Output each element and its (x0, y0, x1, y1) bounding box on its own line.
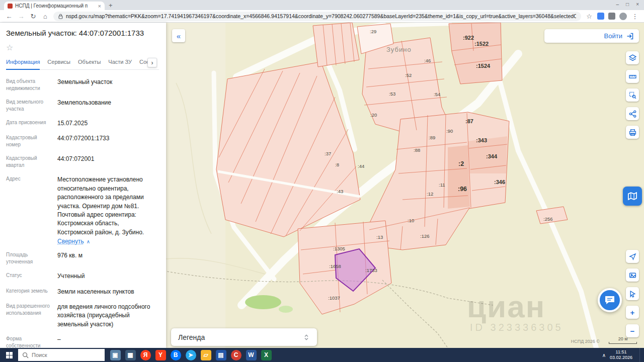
window-maximize-icon[interactable]: □ (626, 2, 629, 7)
print-icon (629, 129, 636, 136)
window-minimize-icon[interactable]: – (616, 2, 619, 7)
parcel-label-343[interactable]: :343 (476, 137, 487, 143)
parcel-label-1305[interactable]: :1305 (333, 246, 345, 251)
browser-menu-icon[interactable]: ⋮ (631, 13, 639, 20)
tab-информация[interactable]: Информация (6, 55, 40, 70)
parcel-label-90[interactable]: :90 (446, 128, 453, 134)
extensions-puzzle-icon[interactable] (608, 13, 615, 20)
print-button[interactable] (626, 126, 639, 139)
panel-fields: Вид объекта недвижимостиЗемельный участо… (6, 70, 159, 348)
login-button[interactable]: Войти (544, 29, 639, 43)
url-field[interactable]: nspd.gov.ru/map?thematic=PKK&zoom=17.741… (53, 12, 581, 21)
legend-expand-icon[interactable] (303, 334, 310, 341)
profile-avatar[interactable] (619, 13, 627, 20)
parcel-label-346[interactable]: :346 (494, 179, 505, 185)
parcel-label-88[interactable]: :88 (414, 147, 420, 153)
parcel-label-89[interactable]: :89 (429, 135, 435, 140)
parcel-label-344[interactable]: :344 (486, 153, 497, 159)
parcel-label-96[interactable]: :96 (458, 186, 467, 193)
parcel-label-256[interactable]: :256 (543, 216, 553, 222)
panorama-icon (629, 272, 636, 279)
favorite-star-icon[interactable]: ☆ (6, 43, 159, 52)
telegram-icon[interactable]: ➤ (183, 348, 198, 362)
layers-button[interactable] (626, 51, 639, 64)
parcel-label-46[interactable]: :46 (424, 58, 431, 63)
field-label: Статус (6, 272, 57, 281)
consultant-icon[interactable]: С (228, 348, 244, 362)
login-icon (626, 32, 634, 40)
parcel-label-20[interactable]: :20 (370, 112, 377, 118)
geolocation-button[interactable] (626, 250, 639, 263)
parcel-label-11[interactable]: :11 (439, 182, 445, 188)
parcel-label-2[interactable]: :2 (458, 160, 464, 167)
map-canvas[interactable]: Зубино :29:922:1522:1524:46:52:53:54:20:… (166, 23, 644, 348)
file-explorer-icon[interactable]: ▱ (198, 348, 213, 362)
parcel-label-1522[interactable]: :1522 (474, 41, 489, 47)
support-chat-button[interactable] (598, 288, 622, 312)
taskbar-search[interactable] (18, 349, 105, 361)
collapse-address-link[interactable]: Свернуть (57, 238, 84, 245)
back-icon[interactable]: ← (5, 13, 13, 20)
collapse-panel-button[interactable]: « (172, 29, 185, 42)
parcel-label-13[interactable]: :13 (376, 234, 383, 240)
tab-сервисы[interactable]: Сервисы (47, 55, 70, 69)
zoom-out-button[interactable]: − (626, 324, 639, 337)
parcel-label-53[interactable]: :53 (389, 91, 395, 97)
parcel-label-1658[interactable]: :1658 (329, 263, 341, 269)
identify-button[interactable] (626, 287, 639, 300)
parcel-label-10[interactable]: :10 (408, 218, 414, 223)
taskbar-clock[interactable]: 11:51 03.02.2026 (610, 349, 635, 361)
parcel-label-54[interactable]: :54 (434, 92, 440, 97)
extension-icon[interactable] (597, 13, 604, 20)
parcel-label-37[interactable]: :37 (325, 151, 331, 156)
legend-panel[interactable]: Легенда (171, 328, 317, 346)
parcel-label-44[interactable]: :44 (358, 163, 364, 169)
zoom-in-button[interactable]: + (626, 306, 639, 319)
tab-части зу[interactable]: Части ЗУ (108, 55, 132, 69)
parcel-label-1037[interactable]: :1037 (328, 295, 340, 301)
parcel-label-52[interactable]: :52 (405, 72, 412, 78)
search-input[interactable] (32, 352, 92, 358)
blue-app-icon[interactable]: ▤ (213, 348, 228, 362)
parcel-label-1524[interactable]: :1524 (476, 63, 490, 69)
tray-expand-icon[interactable]: ∧ (602, 352, 606, 358)
word-icon[interactable]: W (244, 348, 259, 362)
window-close-icon[interactable]: × (636, 2, 639, 7)
search-area-button[interactable] (626, 88, 639, 102)
share-button[interactable] (626, 107, 639, 120)
parcel-label-1733[interactable]: :1733 (365, 267, 377, 273)
home-icon[interactable]: ⌂ (41, 13, 49, 20)
parcel-label-43[interactable]: :43 (337, 189, 343, 194)
tab-объекты[interactable]: Объекты (78, 55, 101, 69)
photos-app-icon[interactable]: ▣ (108, 348, 123, 362)
start-button[interactable] (0, 348, 18, 362)
parcel-label-29[interactable]: :29 (370, 29, 376, 34)
parcel-label-126[interactable]: :126 (420, 233, 430, 239)
app-grid-icon[interactable]: ▦ (123, 348, 138, 362)
layers-icon (629, 54, 636, 62)
browser-tab[interactable]: НСПД | Геоинформационный п × (4, 2, 105, 10)
app-grid-icon-glyph: ▦ (125, 350, 136, 360)
panorama-button[interactable] (626, 268, 639, 282)
show-desktop-button[interactable] (639, 348, 642, 362)
yandex-app-icon[interactable]: Y (153, 348, 168, 362)
forward-icon[interactable]: → (17, 13, 25, 20)
basemap-switch-button[interactable] (623, 187, 642, 206)
parcel-label-12[interactable]: :12 (427, 191, 433, 197)
parcel-label-87[interactable]: :87 (465, 118, 473, 124)
parcel-label-922[interactable]: :922 (463, 35, 474, 41)
field-row: Форма собственности– (6, 335, 154, 348)
measure-button[interactable] (626, 70, 639, 83)
field-value: 15.07.2025 (57, 119, 154, 128)
tab-close-icon[interactable]: × (98, 3, 101, 9)
new-tab-button[interactable]: + (109, 2, 113, 9)
parcel-label-8[interactable]: :8 (335, 162, 339, 167)
vk-icon[interactable]: В (168, 348, 183, 362)
yandex-browser-icon[interactable]: Я (138, 348, 153, 362)
bookmark-star-icon[interactable]: ☆ (585, 13, 593, 20)
excel-icon[interactable]: X (259, 348, 274, 362)
refresh-icon[interactable]: ↻ (29, 13, 37, 20)
more-tabs-button[interactable]: › (147, 58, 157, 67)
field-row: Вид разрешенного использованиядля ведени… (6, 303, 154, 329)
field-row: АдресМестоположение установлено относите… (6, 175, 154, 245)
